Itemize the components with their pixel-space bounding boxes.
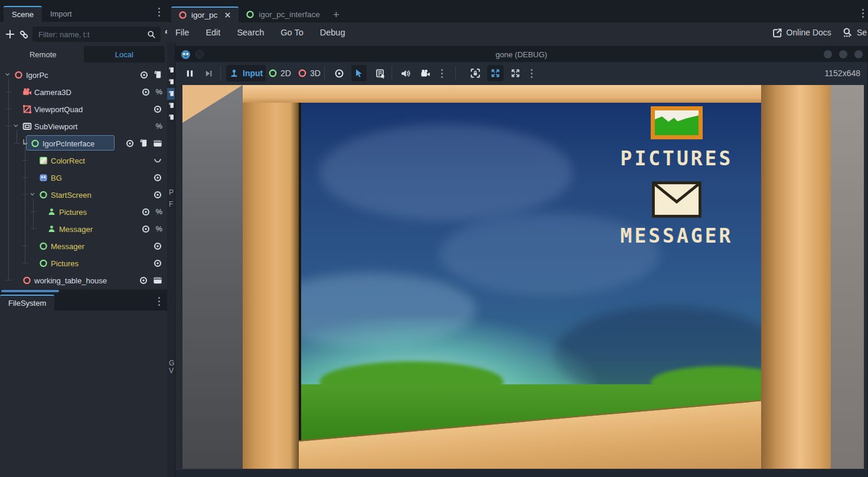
scene-node-Camera3D[interactable]: Camera3D% (0, 83, 167, 100)
monitor-frame-top (239, 85, 833, 103)
expander-icon[interactable] (30, 191, 37, 198)
movie-camera-icon (420, 68, 430, 79)
input-mode-button[interactable]: Input (226, 65, 266, 81)
mode-3d-button[interactable]: 3D (295, 65, 324, 81)
eye-badge-icon[interactable] (153, 241, 162, 251)
search-help-button[interactable]: Se (842, 27, 867, 38)
eye-badge-icon[interactable] (153, 104, 162, 114)
keep-mouse-captured-button[interactable] (467, 65, 484, 81)
percent-badge-icon[interactable]: % (155, 87, 162, 96)
filesystem-menu-icon[interactable] (158, 297, 160, 306)
percent-badge-icon[interactable]: % (155, 207, 162, 216)
eye-badge-icon[interactable] (153, 173, 162, 182)
debug-options-button[interactable] (438, 65, 446, 81)
selection-mode-button[interactable] (351, 65, 367, 81)
messager-button[interactable]: MESSAGER (621, 168, 733, 246)
scene-dock-menu-icon[interactable] (158, 8, 160, 17)
tab-import[interactable]: Import (42, 6, 80, 22)
scene-filter-input[interactable] (37, 30, 143, 40)
remote-button[interactable]: Remote (2, 46, 84, 63)
texbutton-icon (47, 224, 56, 233)
percent-badge-icon[interactable]: % (155, 122, 162, 130)
scene-node-ViewportQuad[interactable]: ViewportQuad (0, 100, 167, 117)
camera3d-icon (22, 87, 32, 97)
clipped-text-fragment: G (169, 359, 174, 367)
scene-filter-box[interactable] (32, 27, 161, 42)
tab-filesystem[interactable]: FileSystem (0, 295, 54, 311)
control-icon (39, 259, 48, 267)
eye-badge-icon[interactable] (153, 190, 162, 200)
scene-tab-igor_pc_interface[interactable]: igor_pc_interface (239, 6, 327, 22)
scene-node-working_table_house[interactable]: working_table_house (0, 272, 167, 289)
game-titlebar[interactable]: gone (DEBUG) (175, 47, 867, 62)
joystick-icon (229, 68, 239, 79)
game-window-footer (175, 469, 867, 477)
mouse-capture-lock-icon (470, 68, 481, 79)
mode-2d-button[interactable]: 2D (265, 65, 294, 81)
eye-badge-icon[interactable] (141, 224, 151, 234)
expander-icon[interactable] (21, 139, 31, 148)
scene-tab-label: igor_pc (191, 11, 217, 19)
clapper-badge-icon[interactable] (153, 276, 162, 285)
script-badge-icon[interactable] (154, 70, 162, 79)
mute-audio-button[interactable] (397, 65, 413, 81)
eye-badge-icon[interactable] (153, 259, 162, 268)
scene-dock: Scene Import Remote Local IgorPcCamera3D… (0, 0, 167, 293)
green-ring-icon (246, 10, 254, 19)
scene-node-SubViewport[interactable]: SubViewport% (0, 117, 167, 135)
maximize-button[interactable] (839, 50, 847, 58)
add-node-button[interactable] (5, 27, 15, 41)
pause-game-button[interactable] (182, 65, 197, 81)
speaker-icon (400, 68, 410, 79)
script-list-icon (168, 102, 175, 109)
minimize-button[interactable] (824, 50, 832, 58)
scene-node-IgorPc[interactable]: IgorPc (0, 66, 167, 83)
online-docs-button[interactable]: Online Docs (772, 28, 831, 38)
messager-envelope-icon (652, 181, 701, 218)
expander-icon[interactable] (5, 71, 12, 79)
instance-scene-button[interactable] (19, 27, 29, 41)
menu-go-to[interactable]: Go To (272, 28, 311, 37)
status-circle-icon (195, 50, 204, 58)
eye-badge-icon[interactable] (139, 70, 149, 80)
eye-badge-icon[interactable] (141, 87, 151, 97)
scene-tab-igor_pc[interactable]: igor_pc (171, 6, 239, 22)
script-badge-icon[interactable] (139, 139, 148, 148)
pictures-button[interactable]: PICTURES (621, 106, 733, 168)
make-floating-button[interactable] (507, 65, 524, 81)
local-button[interactable]: Local (84, 46, 165, 63)
filesystem-dock: FileSystem res://scenes/stages/igor_p pc… (0, 293, 167, 477)
menu-search[interactable]: Search (229, 28, 272, 37)
add-scene-tab-button[interactable]: + (327, 6, 345, 22)
cursor-arrow-icon (354, 68, 364, 78)
override-camera-button[interactable] (417, 65, 433, 81)
menu-debug[interactable]: Debug (312, 28, 354, 37)
expander-icon[interactable] (13, 123, 20, 130)
pictures-label: PICTURES (621, 149, 733, 168)
clapper-badge-icon[interactable] (153, 139, 162, 148)
game-window: gone (DEBUG) Input 2D 3D (175, 46, 868, 477)
scene-tabs-menu-icon[interactable] (862, 9, 864, 18)
kebab-menu-icon (440, 69, 443, 78)
tab-scene[interactable]: Scene (4, 6, 42, 22)
close-icon[interactable] (224, 11, 231, 19)
camera-override-target-button[interactable] (331, 65, 347, 81)
scene-dock-tabbar: Scene Import (0, 0, 167, 22)
embed-options-button[interactable] (527, 65, 536, 81)
game-toolbar: Input 2D 3D 1152x648 (175, 62, 867, 84)
eye-badge-icon[interactable] (141, 207, 151, 217)
eye-badge-icon[interactable] (125, 139, 135, 148)
embed-game-button[interactable] (487, 65, 504, 81)
script-list-icon (168, 79, 175, 85)
game-resolution: 1152x648 (825, 62, 860, 84)
next-frame-button[interactable] (201, 65, 216, 81)
list-selection-button[interactable] (373, 65, 389, 81)
game-window-title: gone (DEBUG) (175, 50, 867, 59)
close-button[interactable] (854, 50, 863, 58)
percent-badge-icon[interactable]: % (155, 224, 162, 233)
eye-badge-icon[interactable] (139, 276, 148, 285)
game-viewport[interactable]: PICTURES MESSAGER (182, 85, 864, 469)
curve-badge-icon[interactable] (153, 156, 162, 165)
menu-file[interactable]: File (167, 28, 197, 37)
menu-edit[interactable]: Edit (197, 28, 229, 37)
